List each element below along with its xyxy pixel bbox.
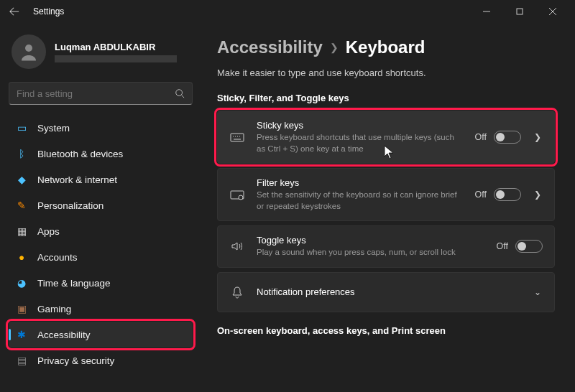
- sidebar-item-label: Accessibility: [37, 330, 91, 340]
- sidebar-item-label: Accounts: [37, 252, 78, 263]
- sidebar-item-personalization[interactable]: ✎Personalization: [9, 192, 193, 218]
- notification-preferences-card[interactable]: Notification preferences ⌄: [217, 272, 555, 312]
- user-info: Luqman ABDULKABIR: [55, 42, 177, 62]
- card-text: Notification preferences: [257, 286, 521, 297]
- toggle-keys-card[interactable]: Toggle keys Play a sound when you press …: [217, 225, 555, 268]
- sidebar-item-network-internet[interactable]: ◆Network & internet: [9, 167, 193, 192]
- user-account[interactable]: Luqman ABDULKABIR: [9, 29, 193, 78]
- sidebar-item-label: Network & internet: [37, 174, 117, 185]
- svg-point-2: [176, 90, 183, 96]
- toggle-state: Off: [475, 132, 487, 142]
- sidebar-item-bluetooth-devices[interactable]: ᛒBluetooth & devices: [9, 141, 193, 167]
- card-title: Notification preferences: [257, 286, 521, 297]
- sidebar-item-apps[interactable]: ▦Apps: [9, 218, 193, 244]
- user-email-redacted: [55, 55, 177, 62]
- sticky-keys-toggle[interactable]: [494, 131, 521, 144]
- sidebar-item-privacy-security[interactable]: ▤Privacy & security: [9, 347, 193, 373]
- sidebar-item-label: System: [37, 123, 70, 134]
- card-desc: Play a sound when you press caps, num, o…: [257, 247, 465, 258]
- sidebar-item-accessibility[interactable]: ✱Accessibility: [9, 322, 193, 347]
- window-title: Settings: [33, 6, 64, 17]
- card-title: Toggle keys: [257, 235, 485, 246]
- card-text: Filter keys Set the sensitivity of the k…: [257, 177, 464, 212]
- nav-icon: ▭: [16, 122, 27, 134]
- breadcrumb: Accessibility ❯ Keyboard: [217, 37, 555, 57]
- sidebar: Luqman ABDULKABIR ▭SystemᛒBluetooth & de…: [0, 23, 201, 392]
- card-title: Sticky keys: [257, 120, 464, 131]
- section-title-keys: Sticky, Filter, and Toggle keys: [217, 93, 555, 103]
- sidebar-item-label: Privacy & security: [37, 355, 114, 366]
- chevron-down-icon[interactable]: ⌄: [533, 287, 543, 297]
- window-controls: [470, 0, 569, 23]
- card-title: Filter keys: [257, 177, 464, 188]
- sticky-keys-card[interactable]: Sticky keys Press keyboard shortcuts tha…: [217, 111, 555, 164]
- chevron-right-icon: ❯: [330, 42, 339, 53]
- maximize-icon: [516, 8, 523, 15]
- nav-icon: ●: [16, 252, 27, 263]
- close-icon: [549, 8, 556, 15]
- minimize-icon: [483, 8, 490, 15]
- main-panel: Accessibility ❯ Keyboard Make it easier …: [201, 23, 575, 392]
- svg-point-1: [25, 45, 32, 52]
- card-text: Toggle keys Play a sound when you press …: [257, 235, 485, 258]
- svg-point-5: [239, 195, 243, 200]
- arrow-left-icon: [9, 6, 19, 17]
- toggle-group: Off: [497, 240, 543, 253]
- filter-keys-card[interactable]: Filter keys Set the sensitivity of the k…: [217, 168, 555, 221]
- section-title-onscreen: On-screen keyboard, access keys, and Pri…: [217, 325, 555, 336]
- bell-icon: [229, 286, 245, 299]
- nav-icon: ✱: [16, 329, 27, 340]
- keyboard-icon: [229, 131, 245, 143]
- page-title: Keyboard: [346, 37, 426, 57]
- sidebar-item-gaming[interactable]: ▣Gaming: [9, 296, 193, 322]
- nav-list: ▭SystemᛒBluetooth & devices◆Network & in…: [9, 115, 193, 373]
- toggle-group: Off: [475, 188, 521, 201]
- nav-icon: ᛒ: [16, 149, 27, 159]
- back-button[interactable]: [6, 3, 23, 20]
- titlebar: Settings: [0, 0, 575, 23]
- toggle-group: Off: [475, 131, 521, 144]
- speaker-icon: [229, 241, 245, 252]
- sidebar-item-accounts[interactable]: ●Accounts: [9, 244, 193, 270]
- nav-icon: ◆: [16, 174, 27, 185]
- sidebar-item-label: Apps: [37, 226, 60, 237]
- sidebar-item-time-language[interactable]: ◕Time & language: [9, 270, 193, 296]
- chevron-right-icon[interactable]: ❯: [533, 190, 543, 200]
- person-icon: [18, 41, 40, 62]
- svg-rect-0: [517, 9, 523, 14]
- keyboard-filter-icon: [229, 189, 245, 200]
- search-icon: [175, 88, 185, 98]
- search-box[interactable]: [9, 82, 193, 105]
- close-button[interactable]: [536, 0, 569, 23]
- avatar: [12, 34, 46, 69]
- nav-icon: ◕: [16, 277, 27, 289]
- nav-icon: ▤: [16, 355, 27, 366]
- chevron-right-icon[interactable]: ❯: [533, 132, 543, 142]
- sidebar-item-label: Gaming: [37, 304, 71, 314]
- nav-icon: ▣: [16, 303, 27, 314]
- sidebar-item-label: Bluetooth & devices: [37, 149, 123, 159]
- sidebar-item-label: Time & language: [37, 278, 111, 289]
- nav-icon: ✎: [16, 200, 27, 211]
- maximize-button[interactable]: [503, 0, 536, 23]
- minimize-button[interactable]: [470, 0, 503, 23]
- breadcrumb-parent[interactable]: Accessibility: [217, 37, 323, 57]
- toggle-state: Off: [475, 190, 487, 200]
- sidebar-item-system[interactable]: ▭System: [9, 115, 193, 141]
- card-text: Sticky keys Press keyboard shortcuts tha…: [257, 120, 464, 154]
- svg-rect-3: [231, 134, 244, 141]
- sidebar-item-label: Personalization: [37, 200, 104, 211]
- card-desc: Press keyboard shortcuts that use multip…: [257, 132, 464, 154]
- search-input[interactable]: [17, 88, 175, 99]
- filter-keys-toggle[interactable]: [494, 188, 521, 201]
- page-subtitle: Make it easier to type and use keyboard …: [217, 67, 555, 78]
- user-name: Luqman ABDULKABIR: [55, 42, 177, 52]
- card-desc: Set the sensitivity of the keyboard so i…: [257, 190, 464, 212]
- toggle-state: Off: [497, 241, 508, 251]
- toggle-keys-toggle[interactable]: [515, 240, 543, 253]
- nav-icon: ▦: [16, 225, 27, 237]
